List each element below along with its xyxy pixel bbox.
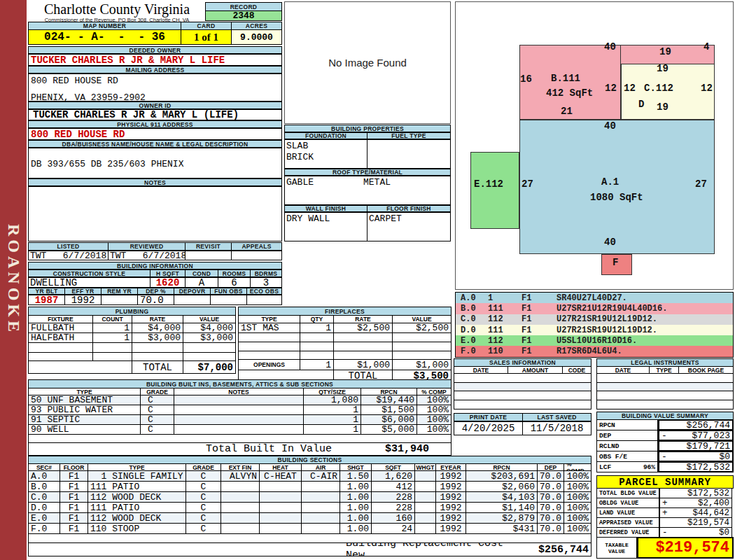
table-cell: F1 [60, 503, 88, 512]
legend-type-code: 110 [488, 346, 522, 356]
table-cell: 1992 [436, 524, 466, 533]
sketch-section-e [470, 152, 519, 229]
table-cell [415, 513, 436, 523]
table-cell: 70.0 [538, 471, 564, 481]
parcel-label: TOTAL BLDG VALUE [596, 489, 659, 498]
floor-finish-value: CARPET [367, 212, 451, 241]
table-cell: 100% [417, 425, 451, 434]
parcel-row: LAND VALUE +$44,642 [596, 508, 734, 518]
table-cell: C.0 [29, 492, 60, 502]
hsqft-value: 1620 [150, 277, 186, 288]
parcel-label: LAND VALUE [596, 508, 659, 518]
roof-material-value: METAL [363, 177, 391, 188]
summary-label: OBS F/E [599, 453, 627, 461]
table-cell: $1,140 [466, 503, 538, 512]
legend-floor: F1 [522, 346, 556, 356]
property-photo-placeholder: No Image Found [284, 1, 451, 124]
table-cell: $4,000 [183, 323, 235, 332]
summary-row: RCLND $179,721 [596, 441, 734, 451]
fuel-type-value [367, 139, 451, 169]
table-cell [300, 333, 334, 342]
table-row: C.0 F1 112 WOOD DECK C 1.00 228 1992 $4,… [29, 492, 591, 503]
cond-label: COND [185, 270, 218, 277]
table-cell [260, 503, 302, 512]
mailing-line1: 800 RED HOUSE RD [29, 74, 281, 86]
table-cell [29, 534, 591, 542]
legend-vector: SR40U27L40D27. [556, 293, 627, 303]
legend-floor: F1 [522, 326, 556, 335]
legend-floor: F1 [522, 293, 556, 303]
table-cell: $1,500 [361, 405, 417, 414]
table-cell: $4,000 [132, 323, 183, 332]
sketch-section-label: C.112 [644, 83, 673, 94]
table-cell: 1,620 [372, 471, 415, 481]
built-ins-total-value: $31,940 [361, 443, 431, 455]
column-header: GRADE [141, 388, 174, 395]
table-cell [93, 353, 132, 360]
sketch-dim-label: 16 [520, 74, 532, 85]
sketch-area-label: 1080 SqFt [590, 192, 643, 203]
column-header: COUNT [93, 316, 132, 323]
table-cell: F1 [60, 524, 88, 533]
legend-section-code: B.0 [456, 304, 488, 314]
table-cell [29, 435, 451, 442]
column-header: TYPE [239, 316, 300, 323]
summary-value: $172,532 [662, 462, 730, 472]
replacement-cost-value: $256,744 [522, 543, 591, 556]
table-cell: $2,879 [466, 513, 538, 523]
table-cell: 70.0 [538, 524, 564, 533]
total-label: TOTAL [132, 361, 183, 373]
table-cell: 70.0 [538, 482, 564, 491]
table-cell: 1 [93, 323, 132, 332]
table-cell: C-AIR [302, 471, 340, 481]
yrblt-value: 1987 [28, 295, 65, 305]
openings-label: OPENINGS [239, 360, 300, 370]
table-cell [132, 353, 183, 360]
sketch-dim-label: 19 [659, 46, 671, 57]
sketch-dim-label: 19 [657, 102, 668, 113]
sales-information-table: SALES INFORMATION DATE AMOUNT CODE [454, 358, 592, 410]
table-cell: 1992 [436, 471, 466, 481]
property-record-card: ROANOKE Charlotte County Virginia Commis… [0, 0, 735, 560]
table-header-row: FIXTURE COUNT RATE VALUE [29, 316, 235, 323]
parcel-row: APPRAISED VALUE $219,574 [596, 518, 734, 528]
table-row [239, 342, 451, 351]
column-header: GRADE [186, 464, 221, 470]
parcel-value: $44,642 [668, 508, 729, 518]
table-cell [597, 383, 733, 391]
table-cell [454, 400, 591, 409]
column-header: TYPE [88, 464, 186, 470]
table-cell [29, 343, 93, 352]
depovr-label: DEPOVR [174, 288, 211, 295]
column-header: QTY [300, 316, 334, 323]
table-cell: $19,440 [361, 396, 417, 405]
foundation-value: SLAB BRICK [284, 139, 368, 169]
hsqft-label: H SQFT [150, 270, 186, 277]
table-cell: 93 PUBLIC WATER [29, 405, 141, 414]
table-row: F.0 F1 110 STOOP C 1.00 24 1992 $431 70.… [29, 524, 591, 534]
table-cell [415, 471, 436, 481]
summary-row: DEP -$77,023 [596, 430, 734, 441]
construction-style-label: CONSTRUCTION STYLE [28, 270, 150, 277]
table-cell [334, 351, 393, 359]
table-cell: C [141, 396, 174, 405]
table-cell: 1.00 [340, 492, 372, 502]
deeded-owner-label: DEEDED OWNER [28, 46, 282, 54]
taxable-value-label: TAXABLE VALUE [596, 538, 637, 559]
summary-value: $179,721 [662, 441, 730, 451]
revisit-value [185, 251, 232, 260]
parcel-label: DEFERRED VALUE [596, 528, 659, 538]
table-cell: 1 [304, 425, 361, 434]
table-cell: C [141, 425, 174, 434]
sketch-section-label: A.1 [601, 176, 619, 188]
table-cell [597, 374, 733, 382]
sketch-area-label: 412 SqFt [546, 88, 593, 99]
table-cell [29, 353, 93, 360]
table-cell: C [186, 513, 221, 523]
building-sketch: 40 19 4 16 B.111 12 412 SqFt 12 C.112 12… [455, 1, 734, 290]
table-row [454, 391, 591, 400]
column-header: EXT FIN [221, 464, 260, 470]
fireplaces-title: FIREPLACES [239, 307, 451, 316]
table-cell: F1 [60, 471, 88, 481]
table-cell: C [186, 503, 221, 512]
